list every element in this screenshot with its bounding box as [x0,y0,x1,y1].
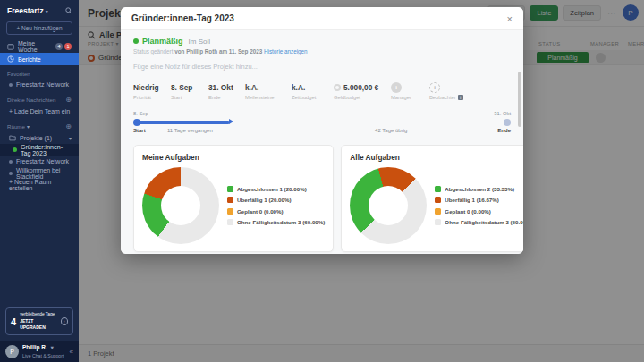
dm-section-header: Direkte Nachrichten ⊕ [0,90,79,105]
room-item-freestartz-network[interactable]: Freestartz Network [0,156,79,167]
field-start[interactable]: 8. Sep Start [171,82,208,100]
upgrade-cta: JETZT UPGRADEN [20,318,46,330]
avatar: P [5,345,19,358]
add-new-button[interactable]: + Neu hinzufügen [6,21,72,35]
legend-swatch-icon [435,219,441,225]
alert-badge: 1 [64,43,72,50]
upgrade-line1: verbleibende Tage [20,312,55,316]
legend-item: Geplant 0 (0.00%) [227,208,325,215]
timeline-start-dot-icon [133,119,140,126]
folder-icon [9,135,16,141]
legend-item: Ohne Fälligkeitsdatum 3 (60.00%) [227,219,325,225]
watcher-info-badge-icon: i [458,95,463,100]
room-item-willkommen[interactable]: Willkommen bei Stackfield [0,167,79,179]
legend-swatch-icon [227,208,233,215]
project-status[interactable]: Planmäßig [142,37,183,46]
favorite-item[interactable]: Freestartz Network [0,79,79,90]
create-room-item[interactable]: + Neuen Raum erstellen [0,179,79,190]
legend-swatch-icon [435,186,441,192]
days-remaining: 4 [11,316,16,327]
card-title: Alle Aufgaben [350,153,523,162]
invite-team-item[interactable]: + Lade Dein Team ein [0,105,79,117]
status-meta: Status geändert von Phillip Roth am 11. … [133,48,511,55]
room-dot-icon [9,172,13,175]
card-title: Meine Aufgaben [142,153,325,162]
donut-chart-meine-aufgaben [142,167,219,244]
card-alle-aufgaben: Alle Aufgaben Abgeschlossen 2 (33.33%) Ü… [341,145,523,252]
calendar-icon [7,43,14,50]
budget-ring-icon [334,84,341,91]
field-zeitbudget[interactable]: k.A. Zeitbudget [292,82,334,100]
room-dot-icon [9,160,13,164]
timeline-track [133,118,511,126]
project-fields: Niedrig Priorität 8. Sep Start 31. Okt E… [133,82,511,100]
donut-chart-alle-aufgaben [350,167,427,244]
legend-swatch-icon [227,186,233,192]
room-status-dot-icon [13,147,17,152]
field-ende[interactable]: 31. Okt Ende [208,82,245,100]
add-room-icon[interactable]: ⊕ [65,122,72,130]
legend-item: Abgeschlossen 2 (33.33%) [435,186,523,192]
close-icon[interactable]: × [507,13,513,24]
project-detail-modal: Gründer:innen-Tag 2023 × Planmäßig Im So… [121,7,523,254]
legend-item: Abgeschlossen 1 (20.00%) [227,186,325,192]
sidebar-item-berichte[interactable]: Berichte [0,53,79,65]
count-badge: 4 [55,43,63,50]
timeline-start-label: Start [133,128,146,133]
legend-swatch-icon [435,208,441,215]
projects-group[interactable]: Projekte (1) ▾ [0,132,79,144]
timeline-elapsed: 11 Tage vergangen [167,128,213,133]
chevron-down-icon: ▾ [51,345,54,350]
legend-swatch-icon [227,219,233,225]
sidebar-item-label: Meine Woche [18,40,52,53]
add-manager-icon[interactable]: + [391,82,402,93]
collapse-sidebar-icon[interactable]: « [70,348,73,356]
app-screen: Freestartz ▾ + Neu hinzufügen Meine Woch… [0,0,644,362]
timeline-end-dot-icon [504,119,511,126]
legend-item: Ohne Fälligkeitsdatum 3 (50.00%) [435,219,523,225]
sidebar-item-label: Berichte [18,56,41,63]
project-timeline: 8. Sep 31. Okt Start 11 Tage vergangen 4… [133,111,511,136]
timeline-start-date: 8. Sep [133,111,148,116]
legend-item: Überfällig 1 (16.67%) [435,197,523,203]
chart-legend: Abgeschlossen 1 (20.00%) Überfällig 1 (2… [227,186,325,226]
legend-swatch-icon [227,197,233,203]
chevron-down-icon: ▾ [46,8,48,14]
chart-legend: Abgeschlossen 2 (33.33%) Überfällig 1 (1… [435,186,523,226]
upgrade-icon: ↑ [61,317,68,325]
sidebar: Freestartz ▾ + Neu hinzufügen Meine Woch… [0,0,79,362]
add-dm-icon[interactable]: ⊕ [65,96,72,104]
note-input[interactable]: Füge eine Notiz für dieses Projekt hinzu… [133,63,511,71]
legend-item: Überfällig 1 (20.00%) [227,197,325,203]
card-meine-aufgaben: Meine Aufgaben Abgeschlossen 1 (20.00%) … [133,145,334,252]
favorites-section-header: Favoriten [0,65,79,79]
legend-item: Geplant 0 (0.00%) [435,208,523,215]
history-link[interactable]: Historie anzeigen [264,48,308,55]
field-geldbudget[interactable]: 5.000,00 € Geldbudget [334,82,391,100]
field-manager[interactable]: + Manager [391,82,429,100]
status-subtitle: Im Soll [189,38,210,46]
field-prioritaet[interactable]: Niedrig Priorität [133,82,171,100]
user-subtitle: Live Chat & Support [22,353,64,358]
timeline-remaining: 42 Tage übrig [375,128,407,133]
timeline-end-date: 31. Okt [494,111,511,116]
room-dot-icon [9,83,13,87]
chevron-down-icon: ▾ [69,135,72,141]
chevron-down-icon: ▾ [27,123,30,130]
field-beobachter[interactable]: + Beobachteri [429,82,463,100]
timeline-end-label: Ende [497,128,511,133]
legend-swatch-icon [435,197,441,203]
search-icon[interactable] [65,7,72,14]
user-menu[interactable]: P Phillip R. ▾ Live Chat & Support « [0,341,79,362]
reports-icon [7,55,14,63]
timeline-progress-bar [135,121,230,124]
field-meilensteine[interactable]: k.A. Meilensteine [245,82,292,100]
room-item-gruender-tag[interactable]: Gründer:innen-Tag 2023 [0,144,79,156]
sidebar-item-meine-woche[interactable]: Meine Woche 4 1 [0,40,79,53]
modal-scrollbar[interactable] [518,72,521,127]
rooms-section-header: Räume ▾ ⊕ [0,117,79,132]
add-watcher-icon[interactable]: + [429,82,440,93]
workspace-name[interactable]: Freestartz [7,6,44,15]
modal-title: Gründer:innen-Tag 2023 [131,13,234,23]
upgrade-banner[interactable]: 4 verbleibende Tage JETZT UPGRADEN ↑ [5,307,73,335]
